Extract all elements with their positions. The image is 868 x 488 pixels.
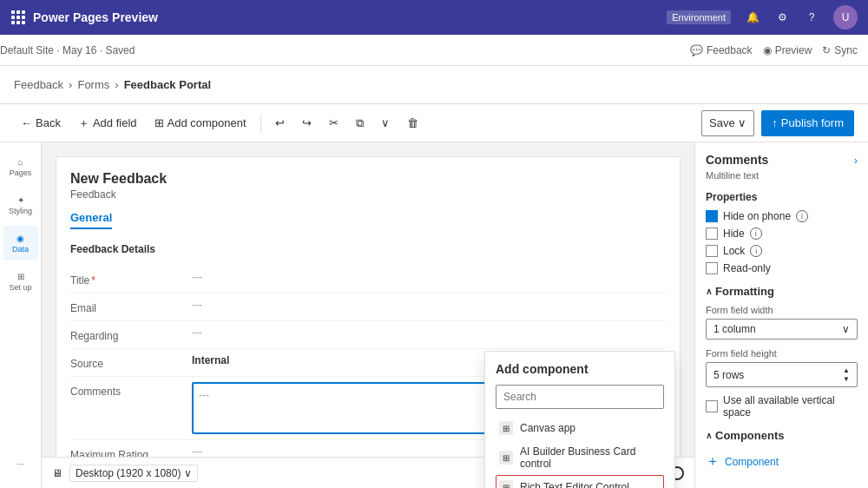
readonly-checkbox[interactable] xyxy=(706,262,718,274)
main-layout: ⌂ Pages ✦ Styling ◉ Data ⊞ Set up ··· Ne… xyxy=(0,142,868,488)
prop-row-readonly: Read-only xyxy=(706,262,858,274)
section-title: Feedback Details xyxy=(70,240,666,259)
redo-button[interactable]: ↪ xyxy=(295,110,319,136)
svg-rect-5 xyxy=(22,16,25,19)
table-row: Regarding --- xyxy=(70,321,666,349)
field-label-regarding: Regarding xyxy=(70,326,192,342)
properties-section: Properties Hide on phone i Hide i Lock i… xyxy=(706,191,858,274)
setup-icon: ⊞ xyxy=(17,272,24,281)
sidebar-item-setup[interactable]: ⊞ Set up xyxy=(3,264,38,299)
form-tab-general[interactable]: General xyxy=(70,211,112,229)
add-component-modal: Add component ⊞ Canvas app ⊞ AI Builder … xyxy=(484,351,675,488)
app-grid-icon[interactable] xyxy=(10,10,26,25)
required-indicator: * xyxy=(91,274,95,287)
field-value-regarding[interactable]: --- xyxy=(192,326,666,339)
form-subtitle: Feedback xyxy=(70,188,666,201)
panel-title: Comments xyxy=(706,153,768,167)
formatting-section-header[interactable]: ∧ Formatting xyxy=(706,285,858,298)
preview-link[interactable]: ◉ Preview xyxy=(763,44,812,56)
modal-title: Add component xyxy=(496,362,664,376)
lock-checkbox[interactable] xyxy=(706,245,718,257)
add-field-button[interactable]: ＋ Add field xyxy=(71,110,144,136)
list-item[interactable]: ⊞ Canvas app xyxy=(496,416,664,440)
field-label-comments: Comments xyxy=(70,382,192,398)
top-nav-bar: Power Pages Preview Environment 🔔 ⚙ ? U xyxy=(0,0,868,35)
save-button[interactable]: Save ∨ xyxy=(701,110,754,136)
undo-button[interactable]: ↩ xyxy=(268,110,292,136)
hide-checkbox[interactable] xyxy=(706,228,718,240)
env-label: Environment xyxy=(667,10,731,24)
hide-on-phone-checkbox[interactable] xyxy=(706,210,718,222)
field-width-select[interactable]: 1 column ∨ xyxy=(706,319,858,340)
second-bar: Default Site · May 16 · Saved 💬 Feedback… xyxy=(0,35,868,66)
help-icon[interactable]: ? xyxy=(804,10,819,25)
rich-text-icon: ⊞ xyxy=(499,480,513,488)
desktop-select[interactable]: Desktop (1920 x 1080) ∨ xyxy=(69,465,198,482)
sync-link[interactable]: ↻ Sync xyxy=(822,44,858,56)
height-up-icon[interactable]: ▲ xyxy=(843,366,850,374)
height-down-icon[interactable]: ▼ xyxy=(843,375,850,383)
svg-rect-6 xyxy=(11,21,15,24)
copy-button[interactable]: ⧉ xyxy=(349,110,371,136)
avatar[interactable]: U xyxy=(833,5,858,30)
add-component-btn[interactable]: ＋ Component xyxy=(706,449,858,474)
hide-info-icon[interactable]: i xyxy=(750,228,762,240)
sidebar-item-more[interactable]: ··· xyxy=(3,446,38,481)
svg-rect-2 xyxy=(22,10,25,14)
field-value-title[interactable]: --- xyxy=(192,271,666,283)
hide-label: Hide xyxy=(723,228,745,240)
list-item-selected[interactable]: ⊞ Rich Text Editor Control xyxy=(496,475,664,488)
formatting-title: Formatting xyxy=(715,285,774,298)
plus-icon: ＋ xyxy=(706,452,720,471)
delete-button[interactable]: 🗑 xyxy=(400,110,425,136)
panel-expand-icon[interactable]: › xyxy=(854,154,858,167)
add-component-button[interactable]: ⊞ Add component xyxy=(148,110,253,136)
search-input[interactable] xyxy=(496,385,664,409)
feedback-link[interactable]: 💬 Feedback xyxy=(690,44,753,56)
svg-rect-3 xyxy=(11,16,15,19)
components-section-header[interactable]: ∧ Components xyxy=(706,429,858,442)
svg-rect-8 xyxy=(22,21,25,24)
prop-row-vertical-space: Use all available vertical space xyxy=(706,394,858,419)
field-height-select[interactable]: 5 rows ▲ ▼ xyxy=(706,362,858,387)
breadcrumb-item-1[interactable]: Feedback xyxy=(14,78,63,91)
add-component-icon: ⊞ xyxy=(155,116,164,129)
publish-button[interactable]: ↑ Publish form xyxy=(761,110,854,136)
settings-icon[interactable]: ⚙ xyxy=(774,10,790,25)
sidebar-item-data[interactable]: ◉ Data xyxy=(3,226,38,260)
top-nav-right: Environment 🔔 ⚙ ? U xyxy=(667,5,858,30)
field-value-email[interactable]: --- xyxy=(192,299,666,311)
cut-button[interactable]: ✂ xyxy=(322,110,345,136)
vertical-space-checkbox[interactable] xyxy=(706,400,718,412)
readonly-label: Read-only xyxy=(723,262,771,274)
hide-on-phone-label: Hide on phone xyxy=(723,210,791,222)
sync-icon: ↻ xyxy=(822,44,831,56)
more-button[interactable]: ∨ xyxy=(374,110,397,136)
svg-rect-1 xyxy=(16,10,20,14)
breadcrumb-sep-1: › xyxy=(69,78,72,91)
panel-header: Comments › xyxy=(706,153,858,167)
field-width-label: Form field width xyxy=(706,305,858,315)
left-sidebar: ⌂ Pages ✦ Styling ◉ Data ⊞ Set up ··· xyxy=(0,142,42,488)
breadcrumb-sep-2: › xyxy=(115,78,118,91)
sidebar-item-home[interactable]: ⌂ Pages xyxy=(3,149,38,184)
notification-icon[interactable]: 🔔 xyxy=(745,10,760,25)
back-icon: ← xyxy=(21,116,32,129)
lock-info-icon[interactable]: i xyxy=(750,245,762,257)
monitor-icon: 🖥 xyxy=(52,467,62,479)
ai-builder-icon: ⊞ xyxy=(499,451,513,465)
prop-row-hide-on-phone: Hide on phone i xyxy=(706,210,858,222)
components-chevron-icon: ∧ xyxy=(706,431,712,440)
add-field-icon: ＋ xyxy=(78,115,89,131)
right-panel: Comments › Multiline text Properties Hid… xyxy=(694,142,868,488)
list-item[interactable]: ⊞ AI Builder Business Card control xyxy=(496,440,664,475)
field-label-title: Title* xyxy=(70,271,192,287)
sidebar-item-styling[interactable]: ✦ Styling xyxy=(3,188,38,222)
back-button[interactable]: ← Back xyxy=(14,110,68,136)
hide-on-phone-info-icon[interactable]: i xyxy=(796,210,808,222)
chevron-down-icon: ∨ xyxy=(184,467,192,479)
prop-row-hide: Hide i xyxy=(706,228,858,240)
breadcrumb-item-2[interactable]: Forms xyxy=(77,78,109,91)
prop-row-lock: Lock i xyxy=(706,245,858,257)
field-label-source: Source xyxy=(70,354,192,370)
